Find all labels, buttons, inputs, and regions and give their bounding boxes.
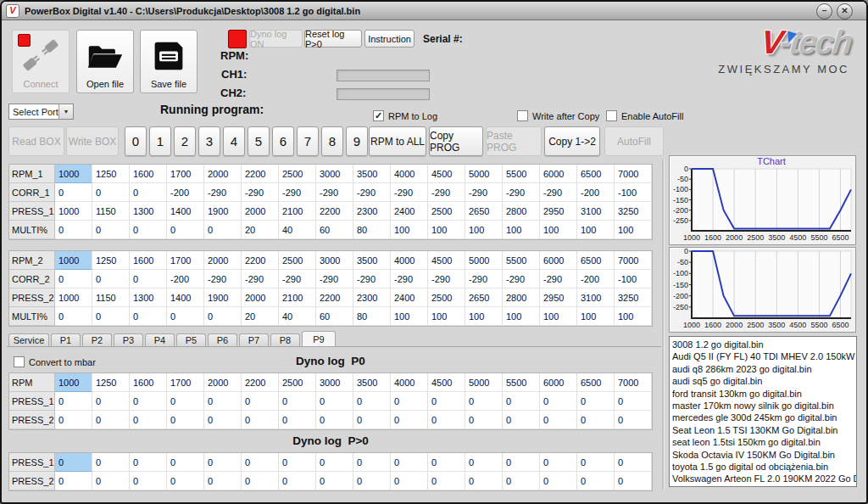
table-cell[interactable]: -200 — [577, 183, 615, 202]
table-cell[interactable]: 6000 — [540, 373, 577, 392]
table-cell[interactable]: 2500 — [428, 202, 465, 221]
table-cell[interactable]: 1900 — [204, 202, 242, 221]
instruction-button[interactable]: Instruction — [364, 30, 415, 48]
table-cell[interactable]: 0 — [577, 411, 615, 429]
table-cell[interactable]: 0 — [204, 411, 242, 429]
table-cell[interactable]: 0 — [130, 392, 167, 411]
table-cell[interactable]: 2000 — [242, 288, 279, 307]
table-cell[interactable]: 2200 — [242, 165, 279, 183]
check-icon[interactable]: ✓ — [373, 110, 384, 121]
save-file-button[interactable]: Save file — [140, 30, 198, 93]
table-cell[interactable]: 0 — [55, 392, 92, 411]
table-cell[interactable]: 5000 — [465, 373, 503, 392]
table-cell[interactable]: 0 — [130, 472, 167, 490]
table-cell[interactable]: 3000 — [316, 373, 353, 392]
digit-button-4[interactable]: 4 — [223, 126, 245, 156]
table-cell[interactable]: 0 — [353, 392, 391, 411]
table-cell[interactable]: 0 — [55, 472, 92, 490]
table-cell[interactable]: -290 — [204, 270, 242, 288]
file-list-item[interactable]: Seat Leon 1.5 TSI 130KM Go Digital.bin — [672, 424, 856, 436]
table-cell[interactable]: 4500 — [428, 165, 465, 183]
digit-button-3[interactable]: 3 — [198, 126, 220, 156]
table-cell[interactable]: 2800 — [503, 288, 540, 307]
table-cell[interactable]: 0 — [279, 392, 316, 411]
table-cell[interactable]: -290 — [428, 183, 465, 202]
table-cell[interactable]: -290 — [279, 183, 316, 202]
table-cell[interactable]: 0 — [615, 411, 652, 429]
tab-p7[interactable]: P7 — [239, 333, 269, 346]
file-list-item[interactable]: audi sq5 go digital.bin — [672, 375, 856, 387]
table-cell[interactable]: 0 — [167, 472, 204, 490]
table-cell[interactable]: 100 — [391, 221, 428, 239]
table-cell[interactable]: 100 — [428, 221, 465, 239]
table-cell[interactable]: 0 — [242, 453, 279, 472]
file-list-item[interactable]: Skoda Octavia IV 150KM Go Digital.bin — [672, 449, 856, 461]
table-cell[interactable]: 3500 — [353, 251, 391, 270]
table-cell[interactable]: 80 — [353, 307, 391, 326]
table-cell[interactable]: 0 — [55, 221, 92, 239]
table-cell[interactable]: 0 — [55, 307, 92, 326]
table-cell[interactable]: 40 — [279, 307, 316, 326]
table-cell[interactable]: 0 — [615, 392, 652, 411]
table-cell[interactable]: 80 — [353, 221, 391, 239]
table-cell[interactable]: 0 — [279, 411, 316, 429]
autofill-button[interactable]: AutoFill — [604, 126, 664, 156]
table-cell[interactable]: 0 — [577, 392, 615, 411]
table-cell[interactable]: 1300 — [130, 202, 167, 221]
table-cell[interactable]: 100 — [615, 221, 652, 239]
table-cell[interactable]: 2500 — [428, 288, 465, 307]
table-cell[interactable]: 1700 — [167, 373, 204, 392]
table-cell[interactable]: 1400 — [167, 288, 204, 307]
table-cell[interactable]: -100 — [615, 183, 652, 202]
table-cell[interactable]: 0 — [503, 411, 540, 429]
table-cell[interactable]: 3250 — [615, 288, 652, 307]
tab-p2[interactable]: P2 — [82, 333, 112, 346]
table-cell[interactable]: -290 — [503, 270, 540, 288]
table-cell[interactable]: 0 — [503, 453, 540, 472]
table-cell[interactable]: 3250 — [615, 202, 652, 221]
table-cell[interactable]: 2500 — [279, 373, 316, 392]
table-cell[interactable]: -290 — [428, 270, 465, 288]
table-cell[interactable]: 0 — [391, 472, 428, 490]
file-list-item[interactable]: Audi Q5 II (FY FL) 40 TDI MHEV 2.0 150kW… — [672, 350, 856, 362]
table-cell[interactable]: 60 — [316, 221, 353, 239]
table-cell[interactable]: 1000 — [55, 202, 92, 221]
table-cell[interactable]: 0 — [55, 270, 92, 288]
table-cell[interactable]: 0 — [279, 453, 316, 472]
table-cell[interactable]: 3000 — [316, 251, 353, 270]
table-cell[interactable]: 0 — [55, 411, 92, 429]
file-list-item[interactable]: audi q8 286km 2023 go digital.bin — [672, 363, 856, 375]
reset-log-button[interactable]: Reset log P>0 — [304, 30, 362, 48]
table-cell[interactable]: 0 — [316, 453, 353, 472]
table-cell[interactable]: 2100 — [279, 288, 316, 307]
table-cell[interactable]: 0 — [503, 392, 540, 411]
table-cell[interactable]: 0 — [130, 183, 167, 202]
table-cell[interactable]: 0 — [204, 472, 242, 490]
table-cell[interactable]: -290 — [391, 270, 428, 288]
table-cell[interactable]: 0 — [540, 392, 577, 411]
table-cell[interactable]: 2950 — [540, 202, 577, 221]
tab-p3[interactable]: P3 — [114, 333, 143, 346]
table-cell[interactable]: -200 — [167, 183, 204, 202]
table-cell[interactable]: 0 — [92, 392, 130, 411]
table-cell[interactable]: 0 — [391, 392, 428, 411]
checkbox-box[interactable] — [517, 110, 528, 121]
table-cell[interactable]: 4000 — [391, 251, 428, 270]
table-cell[interactable]: 0 — [55, 453, 92, 472]
table-cell[interactable]: 0 — [242, 411, 279, 429]
digit-button-1[interactable]: 1 — [149, 126, 171, 156]
table-cell[interactable]: 0 — [391, 453, 428, 472]
tab-p9[interactable]: P9 — [302, 331, 336, 346]
file-list-item[interactable]: 3008 1.2 go digital.bin — [672, 339, 856, 350]
table-cell[interactable]: 2100 — [279, 202, 316, 221]
table-cell[interactable]: 2400 — [391, 288, 428, 307]
digit-button-7[interactable]: 7 — [297, 126, 319, 156]
table-cell[interactable]: 2000 — [204, 373, 242, 392]
table-cell[interactable]: 2800 — [503, 202, 540, 221]
table-cell[interactable]: 0 — [130, 307, 167, 326]
checkbox-box[interactable] — [606, 110, 617, 121]
table-cell[interactable]: 5500 — [503, 373, 540, 392]
table-cell[interactable]: -290 — [353, 270, 391, 288]
table-cell[interactable]: -290 — [316, 183, 353, 202]
table-cell[interactable]: 0 — [428, 411, 465, 429]
